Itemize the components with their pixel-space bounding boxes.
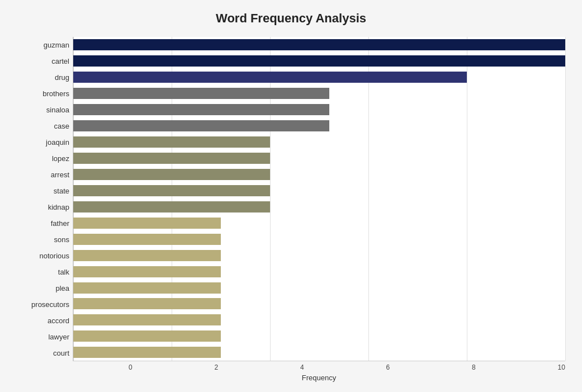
bars-and-grid [73, 37, 565, 361]
bar [73, 234, 221, 245]
y-label: accord [48, 317, 69, 324]
x-tick: 2 [215, 363, 219, 371]
bar [73, 314, 221, 325]
chart-title: Word Frequency Analysis [17, 11, 565, 26]
bar [73, 104, 329, 115]
y-label: arrest [51, 171, 69, 178]
grid-line [467, 37, 467, 361]
y-label: sinaloa [46, 106, 69, 114]
grid-line [172, 37, 172, 361]
chart-area: guzmancarteldrugbrotherssinaloacasejoaqu… [17, 37, 565, 361]
bar-row [73, 201, 565, 213]
y-axis-labels: guzmancarteldrugbrotherssinaloacasejoaqu… [17, 37, 73, 361]
y-label: guzman [44, 41, 69, 49]
bar-row [73, 217, 565, 229]
y-label: plea [55, 285, 69, 292]
y-label: prosecutors [31, 301, 69, 308]
bar-row [73, 103, 565, 116]
bar-row [73, 233, 565, 245]
bar-row [73, 120, 565, 132]
y-label: brothers [42, 90, 69, 97]
grid-lines [73, 37, 565, 361]
bar [73, 330, 221, 342]
grid-line [565, 37, 566, 361]
bottom-section: 0246810 Frequency [73, 361, 565, 382]
y-label: case [54, 122, 69, 130]
y-label: lawyer [48, 333, 69, 341]
bar [73, 153, 270, 164]
bar-row [73, 168, 565, 181]
bar [73, 347, 221, 358]
bar-row [73, 330, 565, 342]
bar-row [73, 346, 565, 358]
grid-line [270, 37, 271, 361]
bar [73, 169, 270, 180]
y-label: state [54, 187, 69, 195]
bar [73, 282, 221, 294]
x-tick: 0 [129, 363, 133, 371]
x-tick: 10 [558, 363, 565, 371]
y-label: sons [54, 236, 69, 243]
y-label: drug [55, 74, 69, 81]
x-axis-label: Frequency [73, 374, 565, 382]
grid-line [73, 37, 74, 361]
bar [73, 185, 270, 196]
grid-line [368, 37, 369, 361]
bar-row [73, 136, 565, 148]
y-label: talk [58, 268, 69, 276]
bar [73, 250, 221, 261]
y-label: cartel [51, 58, 69, 65]
x-axis: 0246810 [129, 361, 565, 371]
bar [73, 72, 467, 83]
y-label: notorious [40, 252, 69, 259]
bar [73, 218, 221, 229]
y-label: lopez [52, 155, 69, 162]
y-label: father [51, 220, 69, 227]
bar [73, 88, 329, 99]
bar [73, 201, 270, 212]
x-tick: 8 [472, 363, 476, 371]
bar-row [73, 185, 565, 197]
x-tick: 6 [386, 363, 390, 371]
x-tick: 4 [300, 363, 304, 371]
y-label: kidnap [48, 204, 69, 211]
y-label: court [53, 350, 69, 357]
chart-container: Word Frequency Analysis guzmancarteldrug… [0, 0, 582, 392]
bar-row [73, 297, 565, 310]
bar-row [73, 39, 565, 51]
bar-row [73, 249, 565, 262]
y-label: joaquin [46, 139, 69, 146]
bar [73, 120, 329, 131]
bar [73, 39, 565, 50]
bar-row [73, 314, 565, 326]
bar [73, 298, 221, 309]
bar [73, 136, 270, 148]
bar-row [73, 266, 565, 278]
bar-row [73, 71, 565, 83]
bar-row [73, 87, 565, 100]
bar-row [73, 152, 565, 164]
bar [73, 266, 221, 277]
bar-row [73, 55, 565, 67]
bar-row [73, 282, 565, 294]
bar [73, 55, 565, 67]
